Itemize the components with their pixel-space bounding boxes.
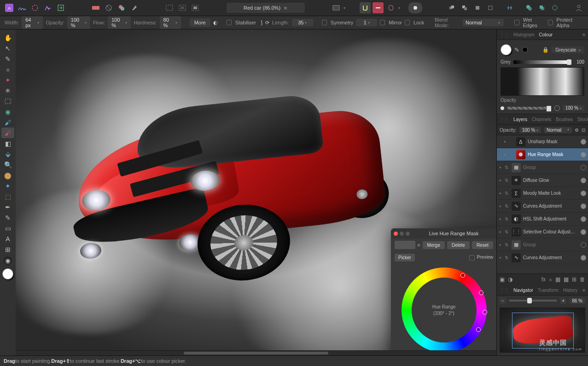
layer-row[interactable]: ▸⇅▦Group (497, 238, 588, 251)
tab-transform[interactable]: Transform (538, 288, 559, 293)
zoom-tool-icon[interactable]: 🔍 (1, 159, 14, 170)
eraser-tool-icon[interactable]: ◧ (1, 138, 14, 149)
more-icon[interactable]: ◐ (213, 20, 218, 26)
merge-button[interactable]: Merge (423, 241, 445, 249)
panel-menu-icon[interactable]: ≡ (582, 288, 585, 293)
tab-histogram[interactable]: Histogram (513, 32, 535, 37)
link-icon[interactable]: ⇅ (505, 165, 509, 170)
navigator-preview[interactable]: 灵感中国 lingganchina.com (500, 308, 585, 353)
deselect-icon[interactable] (177, 2, 188, 13)
tool-d-icon[interactable] (129, 2, 140, 13)
text-tool-icon[interactable]: A (1, 233, 14, 244)
align-h-icon[interactable] (504, 2, 515, 13)
symmetry-checkbox[interactable] (322, 20, 327, 25)
link-icon[interactable]: ⇅ (505, 216, 509, 221)
layer-row[interactable]: ▸⇅∿Curves Adjustment (497, 251, 588, 264)
visibility-toggle[interactable] (581, 191, 586, 196)
mask-layer-icon[interactable]: ▣ (500, 276, 505, 283)
dialog-titlebar[interactable]: Live Hue Range Mask (391, 228, 496, 238)
paint-mixer-icon[interactable]: ◉ (1, 106, 14, 117)
visibility-toggle[interactable] (581, 216, 586, 222)
layer-row[interactable]: ▸⇅⋮⋮Selective Colour Adjustment (497, 226, 588, 238)
expand-icon[interactable]: ▸ (499, 230, 502, 234)
expand-icon[interactable]: ▸ (499, 191, 502, 195)
add-pixel-icon[interactable]: ▩ (564, 276, 569, 283)
layer-row[interactable]: ▸⇅ΣMoody Matte Look (497, 187, 588, 200)
arrange3-icon[interactable] (472, 2, 483, 13)
crop-tool-icon[interactable]: ⟐ (1, 64, 14, 75)
length-value[interactable]: 35▾ (292, 19, 313, 26)
panel-menu-icon[interactable]: ≡ (582, 32, 585, 37)
persona-liquify-icon[interactable] (29, 2, 41, 13)
visibility-toggle[interactable] (581, 255, 586, 261)
preview-checkbox[interactable] (469, 255, 475, 261)
crop-layer-icon[interactable]: ⟐ (549, 276, 552, 283)
picker-button[interactable]: Picker (395, 254, 415, 261)
expand-icon[interactable]: ▸ (499, 256, 502, 260)
layers-blend-dropdown[interactable]: Normal▾ (544, 127, 572, 133)
snap-icon[interactable] (360, 2, 371, 13)
expand-icon[interactable]: ▸ (503, 139, 507, 144)
dodge-tool-icon[interactable]: ⬤ (1, 170, 14, 180)
fx-icon[interactable]: fx (541, 276, 546, 283)
pen-tool-icon[interactable]: ✒ (1, 202, 14, 212)
link-icon[interactable]: ⇅ (505, 178, 509, 183)
more-button[interactable]: More (190, 18, 210, 27)
eyedropper-icon[interactable]: ✎ (514, 46, 519, 53)
protect-checkbox[interactable] (548, 20, 553, 25)
link-icon[interactable]: ⇅ (505, 229, 509, 234)
assistant-icon[interactable] (408, 2, 422, 13)
blend-value[interactable]: Normal▾ (463, 19, 504, 26)
layers-opacity-value[interactable]: 100 %▾ (519, 127, 541, 133)
mesh-tool-icon[interactable]: ⊞ (1, 244, 14, 255)
fill-tool-icon[interactable]: ⬙ (1, 149, 14, 159)
tab-navigator[interactable]: Navigator (513, 288, 533, 293)
group-icon[interactable]: ▦ (555, 276, 560, 283)
flow-value[interactable]: 100 %▾ (108, 16, 131, 29)
add-layer-icon[interactable]: ⊞ (572, 276, 576, 283)
persona-photo-icon[interactable] (17, 2, 28, 13)
expand-icon[interactable]: ▸ (503, 152, 507, 157)
stabiliser-mode1-icon[interactable]: ⟆ (261, 20, 262, 26)
visibility-toggle[interactable] (581, 139, 586, 145)
adjust-layer-icon[interactable]: ◑ (508, 276, 512, 283)
link-icon[interactable]: ⇅ (505, 203, 509, 209)
symmetry-value[interactable]: 1▾ (356, 19, 377, 26)
move-tool-icon[interactable]: ↖ (1, 43, 14, 53)
align-icon[interactable] (373, 2, 384, 13)
colour-mode-dropdown[interactable]: Greyscale ▾ (552, 46, 584, 53)
panel-opacity-slider[interactable] (507, 107, 552, 110)
visibility-toggle[interactable] (581, 203, 586, 209)
panel-grip-icon[interactable]: ⋮⋮ (500, 117, 509, 122)
link-icon[interactable]: ⇅ (505, 191, 509, 196)
colour-preview[interactable] (501, 67, 584, 96)
hue-range-dialog[interactable]: Live Hue Range Mask ≡ Merge Delete Reset… (391, 228, 496, 350)
flood-select-icon[interactable]: ✳ (1, 85, 14, 96)
panel-grip-icon[interactable]: ⋮⋮ (500, 32, 509, 37)
force-pixel-icon[interactable] (385, 2, 396, 13)
layers-list[interactable]: ▸ΔUnsharp Mask▸⬣Hue Range Mask▸⇅▦Group▸⇅… (497, 135, 588, 273)
expand-icon[interactable]: ▸ (499, 178, 502, 182)
colour-picker-tool-icon[interactable]: ✎ (1, 53, 14, 64)
canvas[interactable]: Live Hue Range Mask ≡ Merge Delete Reset… (16, 29, 496, 350)
hardness-value[interactable]: 80 %▾ (160, 16, 181, 29)
node-tool-icon[interactable]: ✎ (1, 212, 14, 223)
wet-checkbox[interactable] (514, 20, 519, 25)
mirror-checkbox[interactable] (380, 20, 385, 25)
tool-b-icon[interactable] (103, 2, 114, 13)
arrange1-icon[interactable] (446, 2, 457, 13)
persona-export-icon[interactable] (55, 2, 66, 13)
link-icon[interactable]: ⇅ (505, 242, 509, 247)
brush-tool-icon[interactable]: 🖌 (1, 117, 14, 128)
shape-tool-icon[interactable]: ▭ (1, 223, 14, 233)
tab-colour[interactable]: Colour (539, 32, 553, 37)
layer-row[interactable]: ▸ΔUnsharp Mask (497, 135, 588, 148)
zoom-slider[interactable] (509, 300, 557, 302)
visibility-toggle[interactable] (581, 178, 586, 183)
expand-icon[interactable]: ▸ (499, 204, 502, 208)
tab-brushes[interactable]: Brushes (556, 117, 573, 122)
selection-brush-icon[interactable]: ✦ (1, 75, 14, 85)
tab-history[interactable]: History (563, 288, 577, 293)
zoom-value[interactable]: 86 % (569, 298, 585, 304)
preset-menu-icon[interactable]: ≡ (418, 243, 420, 248)
